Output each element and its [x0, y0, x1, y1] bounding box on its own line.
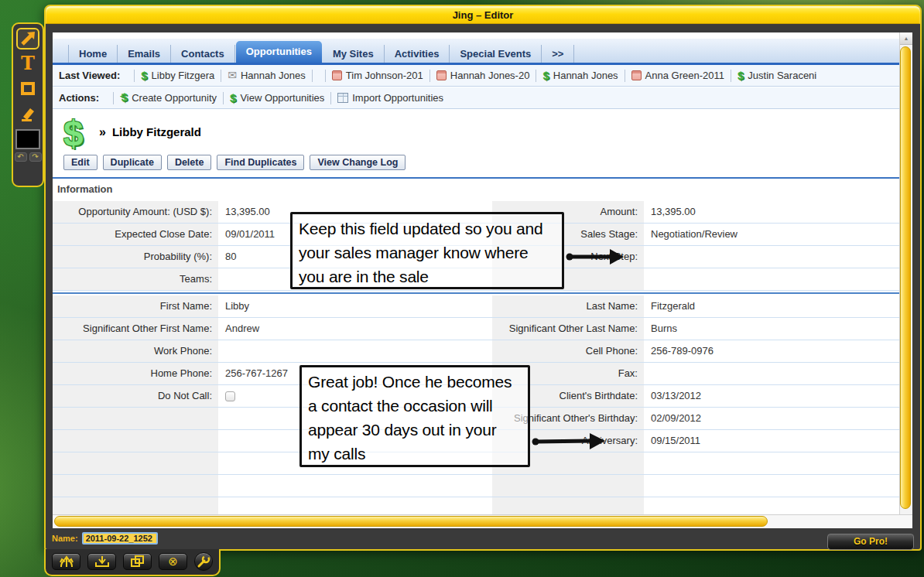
cancel-icon: ⊗	[168, 555, 178, 567]
field-value	[644, 363, 899, 384]
last-viewed-item-label: Tim Johnson-201	[346, 70, 423, 81]
last-viewed-bar: Last Viewed: $Libby Fitzgera ✉Hannah Jon…	[53, 65, 899, 87]
go-pro-button[interactable]: Go Pro!	[827, 534, 914, 550]
field-value	[644, 268, 899, 290]
separator	[625, 70, 625, 82]
separator	[113, 92, 114, 104]
event-icon	[631, 70, 642, 80]
action-view-opportunities[interactable]: $View Opportunities	[230, 92, 324, 104]
highlight-tool-button[interactable]	[16, 102, 39, 124]
jing-tool-dock: T ↶ ↷	[12, 22, 44, 187]
field-label	[53, 408, 218, 429]
field-label: Last Name:	[492, 295, 644, 317]
create-opportunity-icon: +$	[120, 92, 128, 104]
last-viewed-item[interactable]: $Justin Saraceni	[737, 70, 816, 81]
duplicate-button[interactable]: Duplicate	[103, 155, 162, 170]
last-viewed-item[interactable]: $Hannah Jones	[542, 70, 618, 81]
action-label: Create Opportunity	[132, 92, 217, 104]
annotation-callout-anniversary[interactable]: Great job! Once he becomes a contact the…	[299, 365, 530, 467]
tab-emails[interactable]: Emails	[118, 45, 171, 63]
tab-more[interactable]: >>	[542, 45, 574, 63]
import-icon	[337, 93, 348, 103]
delete-button[interactable]: Delete	[167, 155, 212, 170]
last-viewed-item-label: Hannah Jones-20	[450, 70, 530, 81]
find-duplicates-button[interactable]: Find Duplicates	[217, 155, 304, 170]
annotation-arrow-next-step[interactable]	[563, 246, 627, 268]
field-label: Probability (%):	[53, 246, 218, 268]
actions-label: Actions:	[53, 92, 107, 104]
action-label: View Opportunities	[240, 92, 324, 104]
name-label: Name:	[52, 534, 78, 543]
cancel-button[interactable]: ⊗	[159, 553, 187, 570]
tab-special-events[interactable]: Special Events	[450, 45, 542, 63]
tab-activities[interactable]: Activities	[385, 45, 450, 63]
edit-button[interactable]: Edit	[63, 155, 98, 170]
horizontal-scrollbar-thumb[interactable]	[54, 516, 768, 527]
share-icon	[57, 555, 76, 568]
horizontal-scrollbar[interactable]	[53, 514, 912, 528]
save-button[interactable]	[87, 553, 116, 570]
redo-button[interactable]: ↷	[29, 152, 42, 162]
field-value	[218, 340, 492, 362]
scroll-up-button[interactable]: ▲	[900, 32, 912, 45]
action-create-opportunity[interactable]: +$Create Opportunity	[120, 92, 217, 104]
table-row: Work Phone: Cell Phone: 256-789-0976	[53, 340, 899, 363]
capture-name-bar: Name:	[52, 532, 158, 545]
separator	[223, 92, 224, 104]
copy-button[interactable]	[123, 553, 152, 570]
field-label: Significant Other Last Name:	[492, 318, 644, 340]
event-icon	[332, 70, 342, 80]
undo-button[interactable]: ↶	[15, 152, 27, 162]
breadcrumb-icon: »	[99, 125, 106, 138]
information-section-title: Information	[57, 183, 113, 195]
field-label: First Name:	[53, 295, 218, 317]
customize-button[interactable]	[194, 552, 213, 571]
copy-icon	[130, 555, 145, 568]
tab-home[interactable]: Home	[68, 45, 118, 63]
frame-tool-icon	[21, 82, 35, 95]
field-value: 03/13/2012	[644, 385, 899, 407]
jing-editor-window: Jing – Editor Home Emails Contacts Oppor…	[44, 5, 922, 551]
actions-bar: Actions: +$Create Opportunity $View Oppo…	[53, 87, 899, 109]
last-viewed-item[interactable]: $Libby Fitzgera	[141, 70, 214, 81]
crm-tab-bar: Home Emails Contacts Opportunities My Si…	[53, 39, 899, 65]
capture-name-input[interactable]	[82, 532, 158, 545]
last-viewed-item[interactable]: Tim Johnson-201	[332, 70, 423, 81]
field-value: Fitzgerald	[644, 295, 899, 317]
field-label: Home Phone:	[53, 363, 218, 384]
separator	[536, 70, 536, 82]
view-change-log-button[interactable]: View Change Log	[310, 155, 406, 170]
frame-tool-button[interactable]	[16, 77, 39, 99]
arrow-tool-button[interactable]	[16, 28, 39, 50]
jing-bottom-dock: ⊗	[44, 549, 221, 576]
vertical-scrollbar-thumb[interactable]	[900, 46, 911, 509]
action-import-opportunities[interactable]: Import Opportunities	[337, 92, 443, 104]
window-titlebar[interactable]: Jing – Editor	[46, 6, 920, 24]
opportunity-icon: $	[542, 70, 549, 80]
field-label: Significant Other First Name:	[53, 318, 218, 340]
save-icon	[94, 555, 111, 568]
opportunity-dollar-icon: $	[63, 113, 84, 155]
field-value: 02/09/2012	[644, 408, 899, 429]
field-label: Teams:	[53, 268, 218, 290]
last-viewed-item[interactable]: Anna Green-2011	[631, 70, 724, 81]
tab-my-sites[interactable]: My Sites	[323, 45, 385, 63]
share-button[interactable]	[52, 553, 80, 570]
field-label: Cell Phone:	[492, 340, 644, 362]
last-viewed-item[interactable]: Hannah Jones-20	[436, 70, 530, 81]
separator	[429, 70, 430, 82]
last-viewed-item[interactable]: ✉Hannah Jones	[228, 70, 306, 81]
annotation-callout-next-step[interactable]: Keep this field updated so you and your …	[290, 212, 564, 289]
text-tool-button[interactable]: T	[16, 53, 39, 74]
do-not-call-checkbox[interactable]	[225, 391, 235, 401]
field-value: Negotiation/Review	[644, 224, 899, 245]
annotation-arrow-anniversary[interactable]	[529, 429, 610, 452]
field-label: Work Phone:	[53, 340, 218, 362]
history-buttons: ↶ ↷	[15, 152, 42, 162]
table-row	[53, 497, 899, 514]
tab-opportunities[interactable]: Opportunities	[236, 41, 322, 63]
color-swatch[interactable]	[15, 129, 40, 149]
tab-contacts[interactable]: Contacts	[171, 45, 235, 63]
record-button-row: Edit Duplicate Delete Find Duplicates Vi…	[63, 155, 406, 170]
record-name: Libby Fitzgerald	[112, 125, 201, 138]
